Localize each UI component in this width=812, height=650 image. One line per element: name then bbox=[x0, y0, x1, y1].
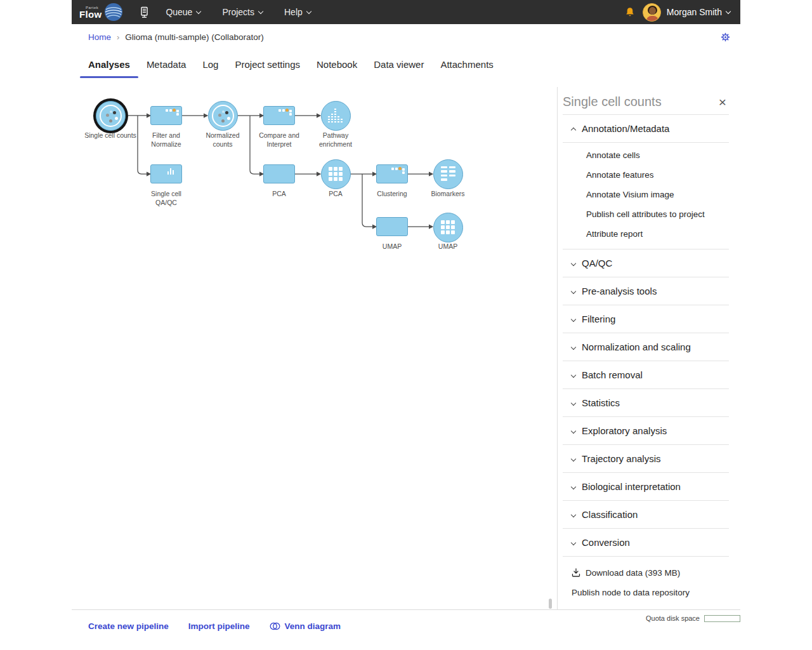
cell-dots-icon bbox=[100, 105, 122, 127]
node-label: Normalized counts bbox=[196, 131, 249, 149]
top-navbar: Partek Flow bbox=[72, 0, 740, 24]
chevron-down-icon bbox=[571, 540, 576, 545]
tasks-icon bbox=[391, 167, 405, 174]
venn-diagram-icon bbox=[270, 622, 280, 630]
chevron-down-icon bbox=[196, 8, 201, 13]
project-settings-gear-icon[interactable] bbox=[721, 32, 730, 42]
section-filtering[interactable]: Filtering bbox=[563, 305, 729, 333]
navbar-right: Morgan Smith bbox=[625, 3, 740, 22]
nav-menu-queue[interactable]: Queue bbox=[166, 7, 200, 17]
flow-wave-icon bbox=[104, 3, 123, 22]
page: Partek Flow bbox=[0, 0, 812, 650]
node-biomarkers[interactable] bbox=[433, 159, 463, 189]
tab-analyses[interactable]: Analyses bbox=[80, 50, 138, 78]
tool-annotate-features[interactable]: Annotate features bbox=[563, 165, 729, 185]
canvas-scrollbar[interactable] bbox=[549, 599, 552, 609]
node-pca-task[interactable] bbox=[263, 164, 295, 183]
section-batch-removal[interactable]: Batch removal bbox=[563, 361, 729, 389]
node-clustering[interactable] bbox=[376, 164, 408, 183]
tool-publish-cell-attributes[interactable]: Publish cell attributes to project bbox=[563, 204, 729, 224]
section-statistics[interactable]: Statistics bbox=[563, 389, 729, 417]
server-icon[interactable] bbox=[140, 6, 149, 18]
breadcrumb-current: Glioma (multi-sample) (Collaborator) bbox=[125, 32, 263, 42]
tool-attribute-report[interactable]: Attribute report bbox=[563, 224, 729, 244]
tab-metadata[interactable]: Metadata bbox=[138, 50, 195, 78]
user-avatar[interactable] bbox=[643, 3, 661, 22]
node-label: Filter and Normalize bbox=[140, 131, 193, 149]
tool-annotate-visium-image[interactable]: Annotate Visium image bbox=[563, 185, 729, 204]
histogram-icon bbox=[328, 109, 343, 123]
cell-dots-icon bbox=[212, 105, 234, 127]
section-biological-interpretation[interactable]: Biological interpretation bbox=[563, 473, 729, 501]
chevron-down-icon bbox=[571, 512, 576, 517]
grid-icon bbox=[329, 167, 343, 181]
node-label: Compare and Interpret bbox=[252, 131, 306, 149]
section-normalization-and-scaling[interactable]: Normalization and scaling bbox=[563, 333, 729, 361]
section-pre-analysis-tools[interactable]: Pre-analysis tools bbox=[563, 277, 729, 305]
breadcrumb: Home › Glioma (multi-sample) (Collaborat… bbox=[72, 24, 740, 50]
node-pathway-enrichment[interactable] bbox=[321, 101, 351, 131]
chevron-up-icon bbox=[571, 127, 576, 132]
tasks-icon bbox=[166, 109, 179, 116]
close-icon[interactable]: × bbox=[716, 97, 729, 107]
node-single-cell-qaqc[interactable] bbox=[150, 164, 182, 183]
table-icon bbox=[441, 166, 455, 182]
user-name-label: Morgan Smith bbox=[667, 7, 722, 17]
breadcrumb-home-link[interactable]: Home bbox=[88, 32, 111, 42]
breadcrumb-separator: › bbox=[117, 32, 119, 42]
section-exploratory-analysis[interactable]: Exploratory analysis bbox=[563, 417, 729, 445]
annotation-metadata-items: Annotate cells Annotate features Annotat… bbox=[563, 143, 729, 249]
node-umap-data[interactable] bbox=[433, 213, 463, 242]
node-label: PCA bbox=[252, 190, 306, 199]
section-trajectory-analysis[interactable]: Trajectory analysis bbox=[563, 445, 729, 473]
download-data-button[interactable]: Download data (393 MB) bbox=[572, 566, 729, 580]
nav-menu-help[interactable]: Help bbox=[284, 7, 311, 17]
nav-menu-projects[interactable]: Projects bbox=[222, 7, 263, 17]
quota-disk-space: Quota disk space bbox=[646, 614, 740, 622]
bar-chart-icon bbox=[167, 168, 174, 175]
chevron-down-icon bbox=[571, 484, 576, 489]
pipeline-footer: Create new pipeline Import pipeline Venn… bbox=[72, 610, 740, 642]
node-pca-data[interactable] bbox=[321, 159, 351, 189]
chevron-down-icon bbox=[571, 260, 576, 265]
chevron-down-icon bbox=[571, 288, 576, 293]
node-tools-panel: Single cell counts × Annotation/Metadata… bbox=[557, 87, 740, 609]
notification-bell-icon[interactable] bbox=[625, 7, 635, 18]
section-classification[interactable]: Classification bbox=[563, 501, 729, 529]
chevron-down-icon bbox=[258, 8, 263, 13]
section-conversion[interactable]: Conversion bbox=[563, 529, 729, 557]
chevron-down-icon bbox=[571, 316, 576, 321]
tab-log[interactable]: Log bbox=[194, 50, 226, 78]
project-tabs: Analyses Metadata Log Project settings N… bbox=[72, 50, 740, 78]
node-single-cell-counts[interactable] bbox=[96, 101, 126, 131]
chevron-down-icon bbox=[571, 400, 576, 405]
publish-node-button[interactable]: Publish node to data repository bbox=[572, 585, 729, 599]
chevron-down-icon bbox=[306, 8, 311, 13]
node-label: Biomarkers bbox=[421, 190, 475, 199]
section-qa-qc[interactable]: QA/QC bbox=[563, 249, 729, 277]
tab-notebook[interactable]: Notebook bbox=[308, 50, 365, 78]
node-label: PCA bbox=[309, 190, 362, 199]
app-window: Partek Flow bbox=[72, 0, 740, 642]
create-new-pipeline-link[interactable]: Create new pipeline bbox=[88, 621, 169, 631]
quota-label: Quota disk space bbox=[646, 614, 700, 622]
node-label: Pathway enrichment bbox=[309, 131, 362, 149]
grid-icon bbox=[441, 220, 455, 234]
node-normalized-counts[interactable] bbox=[208, 101, 238, 131]
venn-diagram-link[interactable]: Venn diagram bbox=[270, 621, 341, 631]
panel-title: Single cell counts bbox=[563, 95, 662, 109]
tab-attachments[interactable]: Attachments bbox=[432, 50, 501, 78]
node-compare-and-interpret[interactable] bbox=[263, 106, 295, 125]
node-filter-and-normalize[interactable] bbox=[150, 106, 182, 125]
chevron-down-icon bbox=[571, 344, 576, 349]
tool-annotate-cells[interactable]: Annotate cells bbox=[563, 145, 729, 165]
partek-flow-logo[interactable]: Partek Flow bbox=[79, 3, 123, 22]
chevron-down-icon bbox=[726, 8, 731, 13]
node-umap-task[interactable] bbox=[376, 217, 408, 236]
quota-progress-bar bbox=[704, 615, 740, 622]
user-menu[interactable]: Morgan Smith bbox=[667, 7, 730, 17]
section-annotation-metadata[interactable]: Annotation/Metadata bbox=[563, 115, 729, 143]
tab-project-settings[interactable]: Project settings bbox=[226, 50, 308, 78]
tab-data-viewer[interactable]: Data viewer bbox=[365, 50, 432, 78]
import-pipeline-link[interactable]: Import pipeline bbox=[188, 621, 250, 631]
